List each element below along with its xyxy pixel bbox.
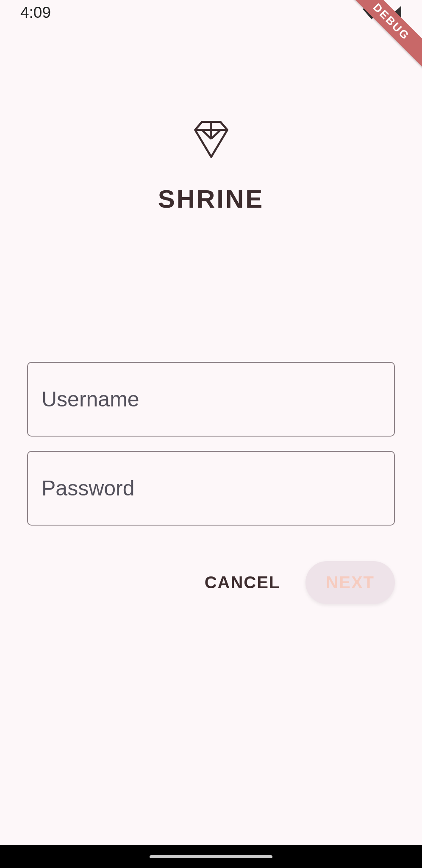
cancel-button[interactable]: CANCEL bbox=[192, 565, 293, 601]
login-screen: SHRINE CANCEL NEXT bbox=[0, 119, 422, 604]
logo-section: SHRINE bbox=[27, 119, 395, 214]
login-form: CANCEL NEXT bbox=[27, 362, 395, 604]
next-button[interactable]: NEXT bbox=[305, 561, 395, 604]
diamond-icon bbox=[191, 119, 231, 159]
home-indicator[interactable] bbox=[150, 855, 272, 858]
button-row: CANCEL NEXT bbox=[27, 561, 395, 604]
app-title: SHRINE bbox=[158, 184, 264, 214]
username-input[interactable] bbox=[27, 362, 395, 437]
password-input[interactable] bbox=[27, 451, 395, 526]
status-time: 4:09 bbox=[20, 4, 51, 22]
navigation-bar bbox=[0, 845, 422, 868]
status-bar: 4:09 bbox=[0, 0, 422, 25]
